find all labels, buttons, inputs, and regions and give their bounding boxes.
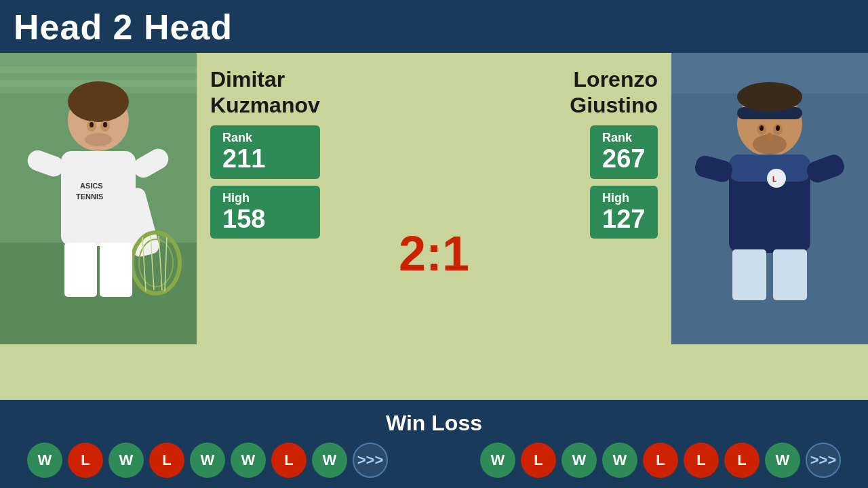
svg-point-40 <box>766 133 773 142</box>
svg-rect-3 <box>0 66 197 73</box>
player2-high-value: 127 <box>602 205 646 234</box>
svg-point-6 <box>68 81 129 122</box>
match-score: 2:1 <box>399 226 469 281</box>
player1-high-value: 158 <box>222 205 308 234</box>
player2-rank-box: Rank 267 <box>590 125 658 179</box>
p2-badge-4: W <box>602 443 637 478</box>
player1-rank-value: 211 <box>222 145 308 174</box>
p2-badge-6: L <box>684 443 719 478</box>
score-center: 2:1 <box>366 53 502 400</box>
player2-rank-label: Rank <box>602 131 646 145</box>
p1-badge-1: W <box>27 443 62 478</box>
main-content: ASICS TENNIS Dimitar Kuzman <box>0 53 868 400</box>
player1-rank-label: Rank <box>222 131 308 145</box>
player1-rank-box: Rank 211 <box>210 125 320 179</box>
p1-badge-4: L <box>149 443 184 478</box>
player2-badges: W L W W L L L W >>> <box>480 443 841 478</box>
win-loss-title: Win Loss <box>386 411 482 436</box>
page-wrapper: Head 2 Head <box>0 0 868 488</box>
player1-name: Dimitar Kuzmanov <box>210 66 320 119</box>
player2-photo: L <box>671 53 868 344</box>
svg-point-30 <box>737 82 802 112</box>
p2-badge-3: W <box>561 443 597 478</box>
svg-text:TENNIS: TENNIS <box>76 192 103 201</box>
player2-high-box: High 127 <box>590 186 658 239</box>
player2-avatar-svg: L <box>671 53 868 344</box>
p1-badge-3: W <box>108 443 144 478</box>
svg-rect-42 <box>773 249 807 300</box>
p2-more-badge[interactable]: >>> <box>806 443 841 478</box>
svg-point-37 <box>760 125 764 131</box>
p1-more-badge[interactable]: >>> <box>353 443 388 478</box>
player1-high-box: High 158 <box>210 186 320 239</box>
p1-badge-5: W <box>190 443 225 478</box>
player2-info: Lorenzo Giustino Rank 267 High 127 <box>556 53 671 252</box>
svg-rect-19 <box>64 243 97 297</box>
p1-badge-7: L <box>271 443 307 478</box>
p1-badge-2: L <box>68 443 103 478</box>
p2-badge-5: L <box>643 443 678 478</box>
p2-badge-8: W <box>765 443 800 478</box>
player2-rank-value: 267 <box>602 145 646 174</box>
p1-badge-8: W <box>312 443 347 478</box>
win-loss-section: Win Loss W L W L W W L W >>> W L W W L <box>0 400 868 488</box>
svg-text:L: L <box>772 176 776 183</box>
svg-point-38 <box>776 125 780 131</box>
player1-avatar-svg: ASICS TENNIS <box>0 53 197 344</box>
win-loss-row: W L W L W W L W >>> W L W W L L L W >>> <box>14 443 854 478</box>
svg-point-25 <box>85 133 112 146</box>
player1-high-label: High <box>222 191 308 205</box>
p2-badge-1: W <box>480 443 515 478</box>
svg-text:ASICS: ASICS <box>80 182 103 190</box>
player2-section: L Lorenzo Giustino Rank 267 High 127 <box>502 53 868 400</box>
svg-point-24 <box>103 122 107 127</box>
svg-rect-20 <box>100 243 132 297</box>
player1-section: ASICS TENNIS Dimitar Kuzman <box>0 53 366 400</box>
svg-rect-41 <box>732 249 766 300</box>
player1-info: Dimitar Kuzmanov Rank 211 High 158 <box>197 53 334 252</box>
p2-badge-7: L <box>724 443 760 478</box>
player1-badges: W L W L W W L W >>> <box>27 443 388 478</box>
p1-badge-6: W <box>231 443 266 478</box>
player2-name: Lorenzo Giustino <box>570 66 658 119</box>
svg-rect-1 <box>0 243 197 344</box>
p2-badge-2: L <box>521 443 556 478</box>
page-title: Head 2 Head <box>14 7 854 47</box>
svg-point-23 <box>90 122 94 127</box>
player2-high-label: High <box>602 191 646 205</box>
header: Head 2 Head <box>0 0 868 53</box>
player1-photo: ASICS TENNIS <box>0 53 197 344</box>
